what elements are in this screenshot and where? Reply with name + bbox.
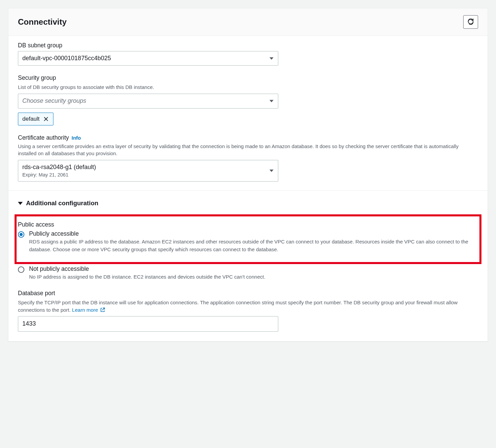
public-access-option-not-public-label: Not publicly accessible [29, 265, 265, 273]
external-link-icon [100, 307, 105, 312]
public-access-highlight: Public access Publicly accessible RDS as… [15, 214, 481, 264]
public-access-option-public-desc: RDS assigns a public IP address to the d… [29, 238, 476, 253]
security-group-tag-label: default [22, 116, 40, 122]
security-group-label: Security group [18, 74, 478, 81]
radio-icon[interactable] [18, 231, 24, 238]
database-port-field: Database port Specify the TCP/IP port th… [18, 290, 478, 332]
chevron-down-icon [269, 170, 274, 172]
certificate-authority-info-link[interactable]: Info [72, 135, 81, 141]
public-access-field: Public access Publicly accessible RDS as… [18, 221, 476, 253]
refresh-icon [467, 19, 474, 25]
certificate-authority-expiry: Expiry: May 21, 2061 [22, 172, 266, 178]
public-access-radio-group: Publicly accessible RDS assigns a public… [18, 230, 476, 253]
refresh-button[interactable] [463, 15, 478, 29]
certificate-authority-value: rds-ca-rsa2048-g1 (default) Expiry: May … [18, 160, 278, 182]
security-group-tags: default [18, 113, 478, 125]
security-group-tag: default [18, 113, 53, 125]
security-group-desc: List of DB security groups to associate … [18, 84, 478, 91]
public-access-option-not-public-desc: No IP address is assigned to the DB inst… [29, 273, 265, 281]
connectivity-panel: Connectivity DB subnet group default-vpc… [8, 8, 488, 341]
public-access-option-not-public[interactable]: Not publicly accessible No IP address is… [18, 265, 478, 281]
database-port-learn-more-link[interactable]: Learn more [72, 307, 105, 313]
divider [8, 190, 488, 191]
database-port-input[interactable] [18, 316, 278, 331]
certificate-authority-label: Certificate authority [18, 134, 69, 141]
public-access-option-public[interactable]: Publicly accessible RDS assigns a public… [18, 230, 476, 253]
close-icon[interactable] [43, 116, 49, 122]
panel-title: Connectivity [18, 17, 67, 27]
certificate-authority-select[interactable]: rds-ca-rsa2048-g1 (default) Expiry: May … [18, 160, 278, 182]
db-subnet-group-field: DB subnet group default-vpc-0000101875cc… [18, 42, 478, 66]
certificate-authority-field: Certificate authority Info Using a serve… [18, 134, 478, 182]
database-port-desc: Specify the TCP/IP port that the DB inst… [18, 299, 478, 314]
security-group-placeholder: Choose security groups [18, 94, 278, 108]
panel-body: DB subnet group default-vpc-0000101875cc… [8, 36, 488, 341]
panel-header: Connectivity [8, 8, 488, 36]
certificate-authority-value-text: rds-ca-rsa2048-g1 (default) [22, 164, 96, 170]
chevron-down-icon [269, 57, 274, 60]
additional-configuration-label: Additional configuration [26, 199, 98, 207]
chevron-down-icon [18, 202, 23, 205]
public-access-option-public-label: Publicly accessible [29, 230, 476, 237]
db-subnet-group-select[interactable]: default-vpc-0000101875cc4b025 [18, 51, 278, 66]
security-group-field: Security group List of DB security group… [18, 74, 478, 125]
db-subnet-group-label: DB subnet group [18, 42, 478, 49]
public-access-label: Public access [18, 221, 476, 228]
db-subnet-group-value: default-vpc-0000101875cc4b025 [18, 51, 278, 66]
chevron-down-icon [269, 100, 274, 102]
database-port-label: Database port [18, 290, 478, 297]
additional-configuration-toggle[interactable]: Additional configuration [18, 199, 478, 207]
certificate-authority-desc: Using a server certificate provides an e… [18, 143, 478, 158]
security-group-select[interactable]: Choose security groups [18, 94, 278, 108]
radio-icon[interactable] [18, 266, 24, 273]
